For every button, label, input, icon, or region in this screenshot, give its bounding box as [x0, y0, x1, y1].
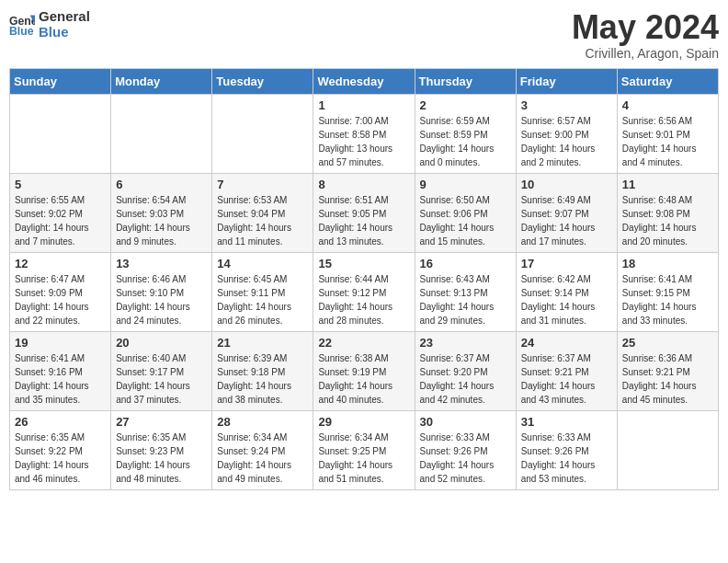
- day-number: 20: [116, 336, 207, 350]
- col-header-friday: Friday: [516, 68, 617, 94]
- day-info: Sunrise: 6:55 AM Sunset: 9:02 PM Dayligh…: [15, 193, 106, 248]
- col-header-wednesday: Wednesday: [313, 68, 415, 94]
- logo-icon: General Blue: [9, 12, 35, 38]
- day-number: 13: [116, 257, 207, 270]
- logo-blue-text: Blue: [39, 25, 90, 40]
- calendar-week-row: 1Sunrise: 7:00 AM Sunset: 8:58 PM Daylig…: [10, 94, 719, 173]
- calendar-cell: 5Sunrise: 6:55 AM Sunset: 9:02 PM Daylig…: [10, 173, 111, 252]
- day-info: Sunrise: 6:57 AM Sunset: 9:00 PM Dayligh…: [521, 114, 612, 169]
- day-number: 5: [15, 178, 106, 191]
- col-header-saturday: Saturday: [617, 68, 718, 94]
- calendar-cell: 22Sunrise: 6:38 AM Sunset: 9:19 PM Dayli…: [313, 331, 415, 410]
- day-number: 12: [15, 257, 106, 270]
- day-info: Sunrise: 6:34 AM Sunset: 9:24 PM Dayligh…: [217, 431, 308, 486]
- day-info: Sunrise: 6:44 AM Sunset: 9:12 PM Dayligh…: [318, 272, 409, 327]
- calendar-header-row: SundayMondayTuesdayWednesdayThursdayFrid…: [10, 68, 719, 94]
- calendar-cell: 18Sunrise: 6:41 AM Sunset: 9:15 PM Dayli…: [617, 252, 718, 331]
- calendar-cell: 28Sunrise: 6:34 AM Sunset: 9:24 PM Dayli…: [212, 410, 313, 489]
- day-number: 9: [420, 178, 511, 191]
- calendar-cell: 21Sunrise: 6:39 AM Sunset: 9:18 PM Dayli…: [212, 331, 313, 410]
- calendar-cell: 4Sunrise: 6:56 AM Sunset: 9:01 PM Daylig…: [617, 94, 718, 173]
- day-number: 7: [217, 178, 308, 191]
- day-number: 29: [318, 415, 409, 429]
- day-number: 14: [217, 257, 308, 270]
- calendar-cell: 8Sunrise: 6:51 AM Sunset: 9:05 PM Daylig…: [313, 173, 415, 252]
- day-number: 15: [318, 257, 409, 270]
- day-number: 11: [622, 178, 713, 191]
- day-number: 1: [318, 98, 409, 112]
- day-info: Sunrise: 6:37 AM Sunset: 9:20 PM Dayligh…: [420, 351, 511, 407]
- calendar-cell: 24Sunrise: 6:37 AM Sunset: 9:21 PM Dayli…: [516, 331, 617, 410]
- calendar-cell: 16Sunrise: 6:43 AM Sunset: 9:13 PM Dayli…: [415, 252, 516, 331]
- page-header: General Blue General Blue May 2024 Crivi…: [9, 9, 719, 61]
- calendar-cell: 1Sunrise: 7:00 AM Sunset: 8:58 PM Daylig…: [313, 94, 415, 173]
- day-number: 22: [318, 336, 409, 350]
- day-info: Sunrise: 6:38 AM Sunset: 9:19 PM Dayligh…: [318, 351, 409, 407]
- calendar-cell: [212, 94, 313, 173]
- day-number: 6: [116, 178, 207, 191]
- day-info: Sunrise: 6:35 AM Sunset: 9:23 PM Dayligh…: [116, 431, 207, 486]
- calendar-cell: 30Sunrise: 6:33 AM Sunset: 9:26 PM Dayli…: [415, 410, 516, 489]
- day-info: Sunrise: 6:40 AM Sunset: 9:17 PM Dayligh…: [116, 351, 207, 407]
- day-info: Sunrise: 6:54 AM Sunset: 9:03 PM Dayligh…: [116, 193, 207, 248]
- day-info: Sunrise: 6:45 AM Sunset: 9:11 PM Dayligh…: [217, 272, 308, 327]
- location-text: Crivillen, Aragon, Spain: [572, 46, 719, 61]
- day-info: Sunrise: 6:33 AM Sunset: 9:26 PM Dayligh…: [420, 431, 511, 486]
- calendar-cell: 25Sunrise: 6:36 AM Sunset: 9:21 PM Dayli…: [617, 331, 718, 410]
- day-number: 23: [420, 336, 511, 350]
- calendar-cell: 29Sunrise: 6:34 AM Sunset: 9:25 PM Dayli…: [313, 410, 415, 489]
- day-number: 25: [622, 336, 713, 350]
- day-number: 17: [521, 257, 612, 270]
- calendar-week-row: 5Sunrise: 6:55 AM Sunset: 9:02 PM Daylig…: [10, 173, 719, 252]
- day-number: 19: [15, 336, 106, 350]
- day-number: 2: [420, 98, 511, 112]
- month-title: May 2024: [572, 9, 719, 46]
- day-info: Sunrise: 6:36 AM Sunset: 9:21 PM Dayligh…: [622, 351, 713, 407]
- calendar-cell: [10, 94, 111, 173]
- calendar-cell: 14Sunrise: 6:45 AM Sunset: 9:11 PM Dayli…: [212, 252, 313, 331]
- calendar-cell: 23Sunrise: 6:37 AM Sunset: 9:20 PM Dayli…: [415, 331, 516, 410]
- day-info: Sunrise: 6:56 AM Sunset: 9:01 PM Dayligh…: [622, 114, 713, 169]
- day-info: Sunrise: 6:50 AM Sunset: 9:06 PM Dayligh…: [420, 193, 511, 248]
- day-info: Sunrise: 6:48 AM Sunset: 9:08 PM Dayligh…: [622, 193, 713, 248]
- col-header-thursday: Thursday: [415, 68, 516, 94]
- col-header-sunday: Sunday: [10, 68, 111, 94]
- calendar-cell: [111, 94, 212, 173]
- day-info: Sunrise: 6:46 AM Sunset: 9:10 PM Dayligh…: [116, 272, 207, 327]
- calendar-cell: 10Sunrise: 6:49 AM Sunset: 9:07 PM Dayli…: [516, 173, 617, 252]
- calendar-week-row: 26Sunrise: 6:35 AM Sunset: 9:22 PM Dayli…: [10, 410, 719, 489]
- day-number: 24: [521, 336, 612, 350]
- day-number: 10: [521, 178, 612, 191]
- day-info: Sunrise: 6:53 AM Sunset: 9:04 PM Dayligh…: [217, 193, 308, 248]
- day-number: 21: [217, 336, 308, 350]
- col-header-monday: Monday: [111, 68, 212, 94]
- day-info: Sunrise: 6:51 AM Sunset: 9:05 PM Dayligh…: [318, 193, 409, 248]
- calendar-cell: 11Sunrise: 6:48 AM Sunset: 9:08 PM Dayli…: [617, 173, 718, 252]
- day-info: Sunrise: 6:41 AM Sunset: 9:16 PM Dayligh…: [15, 351, 106, 407]
- day-number: 8: [318, 178, 409, 191]
- calendar-table: SundayMondayTuesdayWednesdayThursdayFrid…: [9, 68, 719, 490]
- day-info: Sunrise: 7:00 AM Sunset: 8:58 PM Dayligh…: [318, 114, 409, 169]
- calendar-cell: 19Sunrise: 6:41 AM Sunset: 9:16 PM Dayli…: [10, 331, 111, 410]
- day-number: 4: [622, 98, 713, 112]
- day-number: 3: [521, 98, 612, 112]
- day-info: Sunrise: 6:33 AM Sunset: 9:26 PM Dayligh…: [521, 431, 612, 486]
- day-info: Sunrise: 6:39 AM Sunset: 9:18 PM Dayligh…: [217, 351, 308, 407]
- calendar-cell: 17Sunrise: 6:42 AM Sunset: 9:14 PM Dayli…: [516, 252, 617, 331]
- calendar-cell: 20Sunrise: 6:40 AM Sunset: 9:17 PM Dayli…: [111, 331, 212, 410]
- calendar-cell: 2Sunrise: 6:59 AM Sunset: 8:59 PM Daylig…: [415, 94, 516, 173]
- day-number: 16: [420, 257, 511, 270]
- calendar-cell: 9Sunrise: 6:50 AM Sunset: 9:06 PM Daylig…: [415, 173, 516, 252]
- day-number: 31: [521, 415, 612, 429]
- day-info: Sunrise: 6:34 AM Sunset: 9:25 PM Dayligh…: [318, 431, 409, 486]
- calendar-cell: 12Sunrise: 6:47 AM Sunset: 9:09 PM Dayli…: [10, 252, 111, 331]
- day-number: 28: [217, 415, 308, 429]
- day-info: Sunrise: 6:43 AM Sunset: 9:13 PM Dayligh…: [420, 272, 511, 327]
- day-number: 27: [116, 415, 207, 429]
- calendar-cell: 3Sunrise: 6:57 AM Sunset: 9:00 PM Daylig…: [516, 94, 617, 173]
- col-header-tuesday: Tuesday: [212, 68, 313, 94]
- calendar-week-row: 12Sunrise: 6:47 AM Sunset: 9:09 PM Dayli…: [10, 252, 719, 331]
- day-info: Sunrise: 6:47 AM Sunset: 9:09 PM Dayligh…: [15, 272, 106, 327]
- calendar-cell: 6Sunrise: 6:54 AM Sunset: 9:03 PM Daylig…: [111, 173, 212, 252]
- day-info: Sunrise: 6:37 AM Sunset: 9:21 PM Dayligh…: [521, 351, 612, 407]
